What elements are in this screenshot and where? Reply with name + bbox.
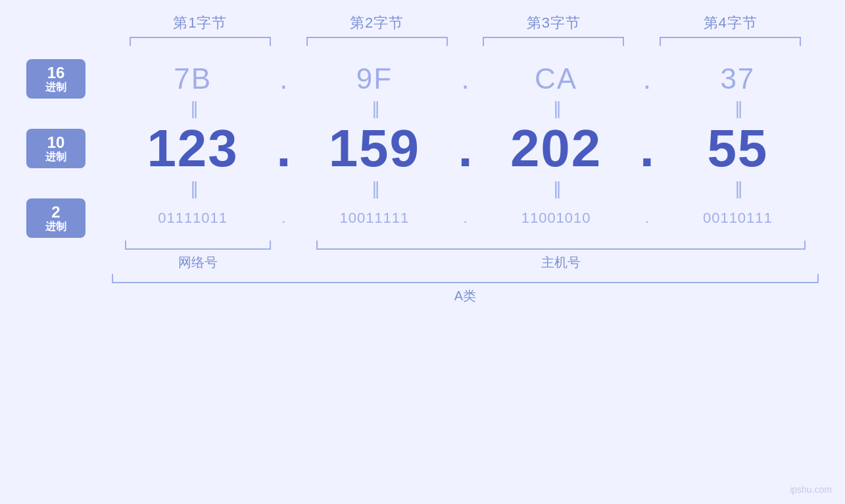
bracket-cell-1 bbox=[112, 37, 289, 46]
host-label: 主机号 bbox=[541, 254, 581, 271]
host-bracket: 主机号 bbox=[303, 241, 819, 271]
bin-val-3: 11001010 bbox=[475, 210, 637, 227]
dec-dot-sym-3: . bbox=[640, 118, 654, 179]
dec-dot-sym-2: . bbox=[458, 118, 472, 179]
bin-label: 2 进制 bbox=[26, 198, 85, 238]
bin-val-2: 10011111 bbox=[293, 210, 455, 227]
col-header-2: 第2字节 bbox=[289, 13, 466, 37]
hex-value-1: 7B bbox=[174, 62, 212, 95]
hex-val-1: 7B bbox=[112, 62, 274, 95]
eq1-cell4: ‖ bbox=[657, 100, 819, 117]
bin-label-text: 进制 bbox=[45, 221, 66, 233]
dec-row: 10 进制 123 . 159 . 202 . 55 bbox=[26, 118, 819, 179]
bracket-cell-3 bbox=[466, 37, 642, 46]
eq2-sym4: ‖ bbox=[735, 180, 740, 197]
hex-val-3: CA bbox=[475, 62, 637, 95]
bin-values-row: 01111011 . 10011111 . 11001010 . 0011011… bbox=[112, 210, 819, 227]
dec-val-1: 123 bbox=[112, 118, 274, 179]
eq2-sym1: ‖ bbox=[190, 180, 196, 197]
bin-dot-sym-3: . bbox=[645, 210, 649, 227]
hex-val-2: 9F bbox=[293, 62, 455, 95]
hex-dot-2: . bbox=[456, 62, 475, 95]
bin-row: 2 进制 01111011 . 10011111 . 11001010 . bbox=[26, 198, 819, 238]
bracket-cell-2 bbox=[289, 37, 466, 46]
eq2-sym2: ‖ bbox=[372, 180, 377, 197]
top-bracket-row bbox=[112, 37, 819, 46]
hex-value-4: 37 bbox=[720, 62, 755, 95]
dec-val-3: 202 bbox=[475, 118, 637, 179]
equals-row-2: ‖ ‖ ‖ ‖ bbox=[112, 180, 819, 197]
eq2-cell1: ‖ bbox=[112, 180, 274, 197]
eq1-cell1: ‖ bbox=[112, 100, 274, 117]
class-section: A类 bbox=[112, 274, 819, 305]
col-header-1: 第1字节 bbox=[112, 13, 289, 37]
bin-val-1: 01111011 bbox=[112, 210, 274, 227]
hex-row: 16 进制 7B . 9F . CA . 37 bbox=[26, 59, 819, 99]
bracket-top-1 bbox=[130, 37, 271, 46]
network-label: 网络号 bbox=[178, 254, 218, 271]
dec-label-num: 10 bbox=[47, 134, 65, 151]
eq2-cell2: ‖ bbox=[293, 180, 455, 197]
bin-dot-1: . bbox=[274, 210, 293, 227]
bottom-bracket-section: 网络号 主机号 bbox=[112, 241, 819, 271]
bracket-cell-4 bbox=[642, 37, 819, 46]
bin-dot-sym-2: . bbox=[463, 210, 467, 227]
equals-row-1: ‖ ‖ ‖ ‖ bbox=[112, 100, 819, 117]
bracket-top-2 bbox=[306, 37, 448, 46]
dec-value-1: 123 bbox=[147, 118, 238, 179]
col-header-3: 第3字节 bbox=[466, 13, 642, 37]
bbot-spacer1 bbox=[283, 241, 303, 271]
watermark: ipshu.com bbox=[790, 484, 832, 495]
bracket-top-3 bbox=[483, 37, 624, 46]
bin-value-3: 11001010 bbox=[521, 210, 591, 227]
network-bracket: 网络号 bbox=[112, 241, 283, 271]
dec-val-2: 159 bbox=[293, 118, 455, 179]
headers-row: 第1字节 第2字节 第3字节 第4字节 bbox=[112, 13, 819, 37]
bin-value-2: 10011111 bbox=[339, 210, 409, 227]
host-bracket-line bbox=[316, 241, 806, 250]
hex-dot-symbol-3: . bbox=[643, 62, 651, 95]
bin-dot-2: . bbox=[456, 210, 475, 227]
hex-label-text: 进制 bbox=[45, 81, 66, 93]
dec-label-text: 进制 bbox=[45, 151, 66, 163]
bin-value-1: 01111011 bbox=[158, 210, 228, 227]
dec-value-4: 55 bbox=[707, 118, 768, 179]
class-label: A类 bbox=[454, 287, 476, 305]
dec-dot-3: . bbox=[637, 118, 657, 179]
dec-val-4: 55 bbox=[657, 118, 819, 179]
main-container: 第1字节 第2字节 第3字节 第4字节 16 进制 7B . bbox=[0, 0, 845, 504]
eq2-sym3: ‖ bbox=[553, 180, 559, 197]
hex-values-row: 7B . 9F . CA . 37 bbox=[112, 62, 819, 95]
bin-label-num: 2 bbox=[51, 204, 60, 221]
eq1-sym4: ‖ bbox=[735, 100, 740, 117]
hex-dot-1: . bbox=[274, 62, 293, 95]
bin-dot-3: . bbox=[637, 210, 657, 227]
hex-label: 16 进制 bbox=[26, 59, 85, 99]
hex-dot-3: . bbox=[637, 62, 657, 95]
eq1-cell2: ‖ bbox=[293, 100, 455, 117]
hex-value-2: 9F bbox=[356, 62, 393, 95]
bracket-top-4 bbox=[660, 37, 801, 46]
network-bracket-line bbox=[125, 241, 271, 250]
dec-value-2: 159 bbox=[329, 118, 420, 179]
dec-dot-sym-1: . bbox=[276, 118, 291, 179]
class-bracket-line bbox=[112, 274, 819, 283]
eq1-sym1: ‖ bbox=[190, 100, 196, 117]
dec-dot-2: . bbox=[456, 118, 475, 179]
dec-dot-1: . bbox=[274, 118, 293, 179]
eq1-sym2: ‖ bbox=[372, 100, 377, 117]
bin-dot-sym-1: . bbox=[281, 210, 285, 227]
hex-dot-symbol-1: . bbox=[279, 62, 287, 95]
hex-val-4: 37 bbox=[657, 62, 819, 95]
eq2-cell3: ‖ bbox=[475, 180, 637, 197]
hex-label-num: 16 bbox=[47, 64, 65, 81]
bin-value-4: 00110111 bbox=[703, 210, 773, 227]
dec-value-3: 202 bbox=[510, 118, 602, 179]
dec-label: 10 进制 bbox=[26, 129, 85, 168]
hex-dot-symbol-2: . bbox=[461, 62, 469, 95]
eq2-cell4: ‖ bbox=[657, 180, 819, 197]
bin-val-4: 00110111 bbox=[657, 210, 819, 227]
eq1-cell3: ‖ bbox=[475, 100, 637, 117]
col-header-4: 第4字节 bbox=[642, 13, 819, 37]
dec-values-row: 123 . 159 . 202 . 55 bbox=[112, 118, 819, 179]
